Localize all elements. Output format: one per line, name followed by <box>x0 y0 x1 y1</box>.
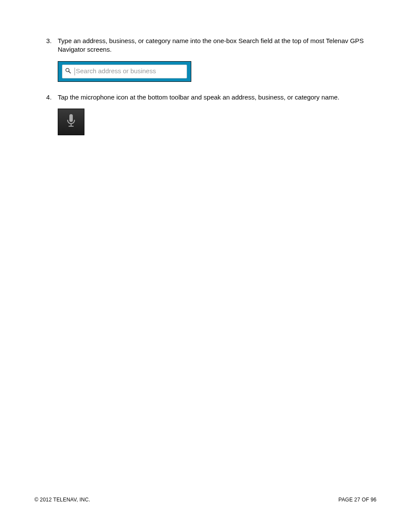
microphone-icon <box>66 113 76 130</box>
search-bar-inner: Search address or business <box>62 65 187 78</box>
step-4-text: Tap the microphone icon at the bottom to… <box>58 93 377 102</box>
step-3-text: Type an address, business, or category n… <box>58 37 377 54</box>
search-icon <box>65 68 75 75</box>
step-4: Tap the microphone icon at the bottom to… <box>53 93 377 135</box>
search-bar: Search address or business <box>58 61 191 82</box>
page-footer: © 2012 TELENAV, INC. PAGE 27 OF 96 <box>34 497 377 503</box>
microphone-button <box>58 109 84 135</box>
search-placeholder: Search address or business <box>75 67 156 75</box>
step-3: Type an address, business, or category n… <box>53 37 377 82</box>
microphone-illustration <box>58 109 377 135</box>
svg-line-1 <box>69 72 71 73</box>
instruction-list: Type an address, business, or category n… <box>34 37 377 135</box>
search-placeholder-text: Search address or business <box>76 67 156 75</box>
search-bar-illustration: Search address or business <box>58 61 377 82</box>
footer-copyright: © 2012 TELENAV, INC. <box>34 497 90 503</box>
footer-page-number: PAGE 27 OF 96 <box>339 497 377 503</box>
page-content: Type an address, business, or category n… <box>0 0 411 135</box>
svg-rect-2 <box>69 114 73 122</box>
